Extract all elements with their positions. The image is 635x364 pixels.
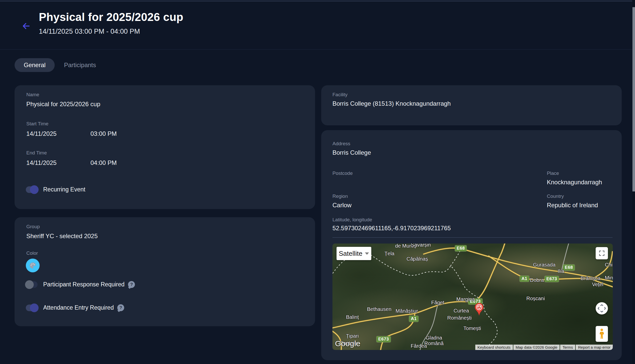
soccer-ball-pin-icon	[475, 303, 484, 316]
map-place-label: Făget	[431, 300, 444, 305]
chevron-down-icon	[365, 252, 369, 255]
recurring-event-row: Recurring Event	[26, 186, 85, 193]
map-place-label: Balinț	[346, 314, 359, 320]
map-attribution-item[interactable]: Map data ©2026 Google	[513, 345, 560, 350]
map-attribution-item[interactable]: Terms	[560, 345, 575, 350]
map-place-label: Brănișca	[581, 275, 601, 281]
map-place-label: Ilia	[558, 268, 564, 274]
pan-control[interactable]	[596, 302, 608, 314]
window-top-accent	[0, 1, 635, 1]
end-date-value: 14/11/2025	[26, 159, 56, 166]
map-attribution-item[interactable]: Report a map error	[576, 345, 613, 350]
facility-value: Borris College (81513) Knocknagundarragh	[332, 100, 451, 107]
map-type-label: Satellite	[339, 250, 363, 258]
latlng-label: Latitude, longitude	[332, 217, 372, 223]
toggle-knob	[30, 304, 39, 312]
map-attribution-item[interactable]: Keyboard shortcuts	[475, 345, 513, 350]
map-labels-layer: de MureșSăvârșinȚelaCăpâlnașGurasadaIlia…	[332, 244, 613, 350]
fullscreen-icon	[599, 250, 605, 256]
map-place-label: Săvârșin	[411, 244, 431, 248]
map-place-label: Țela	[385, 251, 395, 256]
facility-card: Facility Borris College (81513) Knocknag…	[321, 85, 622, 125]
event-location-marker[interactable]	[475, 303, 484, 316]
latlng-divider	[332, 237, 613, 238]
recurring-event-label: Recurring Event	[43, 186, 85, 193]
pegman-control[interactable]	[596, 326, 608, 342]
scrollbar-thumb[interactable]	[632, 7, 635, 191]
group-value: Sheriff YC - selected 2025	[26, 233, 98, 240]
toggle-knob	[30, 185, 39, 194]
tab-participants[interactable]: Participants	[64, 62, 96, 69]
map-place-label: de Mureș	[395, 244, 416, 249]
map-place-label: Gladna Română	[424, 335, 444, 346]
page-title: Physical for 2025/2026 cup	[39, 11, 183, 23]
map-place-label: Căpâlnaș	[407, 256, 428, 262]
facility-label: Facility	[332, 92, 348, 98]
help-icon[interactable]: ?	[128, 281, 135, 288]
address-label: Address	[332, 141, 350, 147]
start-time-value: 03:00 PM	[90, 130, 117, 137]
tab-bar: General Participants	[15, 58, 96, 72]
participant-response-label: Participant Response Required	[43, 281, 124, 288]
pan-arrows-icon	[597, 304, 606, 313]
start-date-value: 14/11/2025	[26, 130, 56, 137]
attendance-entry-row: Attendance Entry Required ?	[26, 304, 124, 311]
latlng-value: 52.597302469611165,-6.917023969211765	[332, 225, 451, 232]
attendance-entry-toggle[interactable]	[26, 305, 38, 311]
map-type-button[interactable]: Satellite	[337, 247, 371, 260]
name-value: Physical for 2025/2026 cup	[26, 101, 100, 108]
map-attribution: Keyboard shortcutsMap data ©2026 GoogleT…	[475, 345, 613, 350]
event-details-card: Name Physical for 2025/2026 cup Start Ti…	[15, 85, 315, 209]
map-place-label: Mint	[605, 275, 613, 281]
google-logo: Google	[335, 339, 361, 348]
help-icon[interactable]: ?	[117, 304, 124, 311]
map-place-label: Fârdea	[411, 343, 427, 349]
map-place-label: Țipari	[346, 333, 359, 339]
group-card: Group Sheriff YC - selected 2025 Color P…	[15, 217, 315, 326]
map-place-label: Margina	[456, 296, 475, 302]
map-place-label: Dobra	[530, 277, 544, 283]
map-place-label: Mănăștiur	[396, 308, 418, 314]
recurring-event-toggle[interactable]	[26, 186, 38, 193]
back-button[interactable]	[20, 20, 32, 32]
region-value: Carlow	[332, 202, 352, 209]
event-datetime: 14/11/2025 03:00 PM - 04:00 PM	[39, 28, 140, 35]
arrow-left-icon	[21, 21, 31, 31]
start-time-label: Start Time	[26, 121, 49, 127]
address-value: Borris College	[332, 149, 371, 156]
map-place-label: Românești	[447, 315, 472, 321]
name-label: Name	[26, 92, 39, 98]
end-time-value: 04:00 PM	[90, 159, 117, 166]
country-value: Republic of Ireland	[547, 202, 598, 209]
map-place-label: Gurasada	[533, 262, 556, 268]
palette-icon	[29, 262, 36, 269]
end-time-label: End Time	[26, 150, 47, 156]
map-place-label: Vețel	[592, 282, 603, 287]
header-divider	[0, 49, 635, 50]
map-canvas[interactable]: E68E68A1E673E673A1E673 de MureșSăvârșinȚ…	[332, 244, 613, 350]
participant-response-row: Participant Response Required ?	[26, 281, 135, 288]
fullscreen-button[interactable]	[596, 247, 608, 259]
toggle-knob	[25, 280, 34, 289]
place-value: Knocknagundarragh	[547, 179, 602, 186]
map-place-label: Chiș	[605, 262, 613, 268]
color-swatch[interactable]	[26, 259, 40, 272]
postcode-label: Postcode	[332, 171, 353, 176]
group-label: Group	[26, 224, 40, 229]
event-detail-page: Physical for 2025/2026 cup 14/11/2025 03…	[0, 0, 635, 364]
participant-response-toggle[interactable]	[26, 281, 38, 288]
attendance-entry-label: Attendance Entry Required	[43, 304, 114, 311]
map-place-label: Roșcani	[526, 296, 545, 301]
pegman-icon	[598, 328, 605, 339]
map-place-label: Curtea	[454, 308, 469, 313]
map-place-label: Tomești	[464, 325, 481, 331]
place-label: Place	[547, 171, 559, 176]
map-place-label: Bethausen	[367, 306, 391, 312]
address-card: Address Borris College Postcode Place Kn…	[321, 130, 622, 360]
region-label: Region	[332, 193, 348, 199]
country-label: Country	[547, 193, 564, 199]
tab-general[interactable]: General	[15, 58, 55, 72]
color-label: Color	[26, 250, 38, 256]
